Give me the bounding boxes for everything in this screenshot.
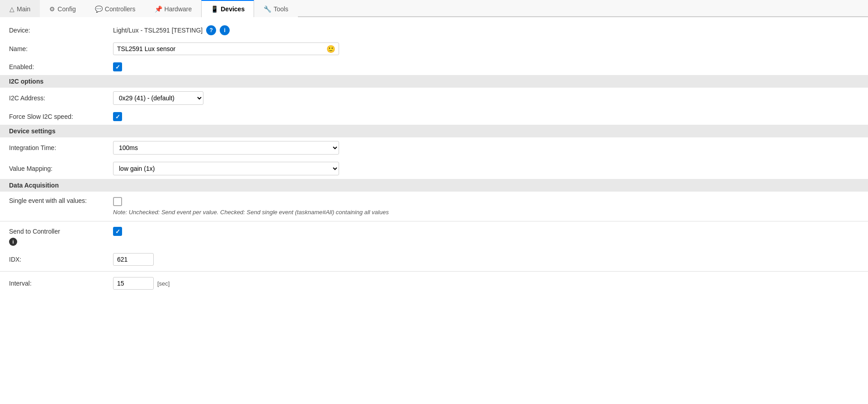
main-content: Device: Light/Lux - TSL2591 [TESTING] ? … — [0, 17, 868, 298]
send-to-controller-info-row: i — [9, 237, 859, 249]
i2c-section-title: I2C options — [9, 78, 43, 85]
controller-info-icon[interactable]: i — [9, 238, 17, 246]
tab-main-label: Main — [17, 5, 30, 13]
enabled-checkbox[interactable]: ✓ — [113, 62, 122, 71]
value-mapping-value-group: low gain (1x) medium gain (25x) high gai… — [113, 162, 859, 175]
interval-value-group: [sec] — [113, 277, 859, 290]
tab-main[interactable]: △ Main — [0, 0, 40, 17]
divider-1 — [0, 221, 868, 221]
devices-icon: 📱 — [211, 5, 218, 13]
single-event-row: Single event with all values: Note: Unch… — [9, 192, 859, 219]
tools-icon: 🔧 — [264, 5, 271, 13]
send-to-controller-checkbox[interactable]: ✓ — [113, 227, 122, 236]
interval-input[interactable] — [113, 277, 154, 290]
send-to-controller-checkmark: ✓ — [115, 229, 120, 235]
integration-time-select[interactable]: 100ms 200ms 300ms 400ms 500ms 600ms — [113, 141, 339, 155]
name-value-group: 🙂 — [113, 42, 859, 55]
tab-hardware-label: Hardware — [165, 5, 192, 13]
interval-row: Interval: [sec] — [9, 273, 859, 293]
enabled-row: Enabled: ✓ — [9, 59, 859, 75]
single-event-note: Note: Unchecked: Send event per value. C… — [113, 209, 389, 216]
main-icon: △ — [9, 5, 14, 13]
device-info-icon[interactable]: i — [220, 25, 230, 35]
send-to-controller-value-group: ✓ — [113, 227, 859, 236]
device-value-group: Light/Lux - TSL2591 [TESTING] ? i — [113, 25, 859, 35]
tab-config-label: Config — [57, 5, 75, 13]
tab-tools[interactable]: 🔧 Tools — [254, 0, 298, 17]
i2c-section-header: I2C options — [0, 75, 868, 88]
i2c-address-row: I2C Address: 0x29 (41) - (default) 0x28 … — [9, 88, 859, 108]
controllers-icon: 💬 — [95, 5, 103, 13]
idx-row: IDX: — [9, 249, 859, 269]
value-mapping-row: Value Mapping: low gain (1x) medium gain… — [9, 158, 859, 179]
send-to-controller-label-col: Send to Controller — [9, 228, 113, 235]
force-slow-i2c-value-group: ✓ — [113, 112, 859, 121]
single-event-label: Single event with all values: — [9, 197, 113, 204]
name-label: Name: — [9, 45, 113, 52]
send-to-controller-row: Send to Controller ✓ — [9, 223, 859, 237]
idx-input[interactable] — [113, 253, 154, 266]
integration-time-row: Integration Time: 100ms 200ms 300ms 400m… — [9, 137, 859, 158]
integration-time-value-group: 100ms 200ms 300ms 400ms 500ms 600ms — [113, 141, 859, 155]
device-settings-section-header: Device settings — [0, 125, 868, 137]
interval-unit: [sec] — [157, 280, 170, 287]
name-input-wrapper: 🙂 — [113, 42, 339, 55]
tab-hardware[interactable]: 📌 Hardware — [145, 0, 202, 17]
tab-controllers-label: Controllers — [105, 5, 136, 13]
i2c-address-select[interactable]: 0x29 (41) - (default) 0x28 (40) 0x30 (48… — [113, 91, 203, 105]
device-label: Device: — [9, 27, 113, 34]
smiley-icon: 🙂 — [326, 45, 335, 53]
i2c-address-label: I2C Address: — [9, 94, 113, 102]
device-settings-section-title: Device settings — [9, 127, 56, 135]
data-acquisition-section-title: Data Acquisition — [9, 182, 59, 189]
config-icon: ⚙ — [49, 5, 55, 13]
force-slow-i2c-checkmark: ✓ — [115, 114, 120, 120]
hardware-icon: 📌 — [155, 5, 162, 13]
value-mapping-select[interactable]: low gain (1x) medium gain (25x) high gai… — [113, 162, 339, 175]
name-input[interactable] — [113, 42, 339, 55]
tab-controllers[interactable]: 💬 Controllers — [85, 0, 145, 17]
single-event-checkbox[interactable] — [113, 197, 122, 206]
device-value: Light/Lux - TSL2591 [TESTING] — [113, 27, 203, 34]
tab-tools-label: Tools — [274, 5, 288, 13]
single-event-value-group: Note: Unchecked: Send event per value. C… — [113, 197, 859, 216]
data-acquisition-section-header: Data Acquisition — [0, 179, 868, 192]
enabled-checkmark: ✓ — [115, 64, 120, 70]
force-slow-i2c-row: Force Slow I2C speed: ✓ — [9, 108, 859, 125]
tab-devices-label: Devices — [221, 5, 245, 13]
enabled-value-group: ✓ — [113, 62, 859, 71]
name-row: Name: 🙂 — [9, 39, 859, 59]
value-mapping-label: Value Mapping: — [9, 165, 113, 172]
interval-label: Interval: — [9, 280, 113, 287]
tab-devices[interactable]: 📱 Devices — [201, 0, 254, 17]
send-to-controller-label: Send to Controller — [9, 228, 60, 235]
idx-label: IDX: — [9, 256, 113, 263]
tab-bar: △ Main ⚙ Config 💬 Controllers 📌 Hardware… — [0, 0, 868, 17]
force-slow-i2c-label: Force Slow I2C speed: — [9, 113, 113, 120]
idx-value-group — [113, 253, 859, 266]
divider-2 — [0, 271, 868, 272]
tab-config[interactable]: ⚙ Config — [40, 0, 85, 17]
device-help-icon[interactable]: ? — [206, 25, 216, 35]
i2c-address-value-group: 0x29 (41) - (default) 0x28 (40) 0x30 (48… — [113, 91, 859, 105]
enabled-label: Enabled: — [9, 63, 113, 70]
device-row: Device: Light/Lux - TSL2591 [TESTING] ? … — [9, 22, 859, 39]
force-slow-i2c-checkbox[interactable]: ✓ — [113, 112, 122, 121]
integration-time-label: Integration Time: — [9, 144, 113, 151]
